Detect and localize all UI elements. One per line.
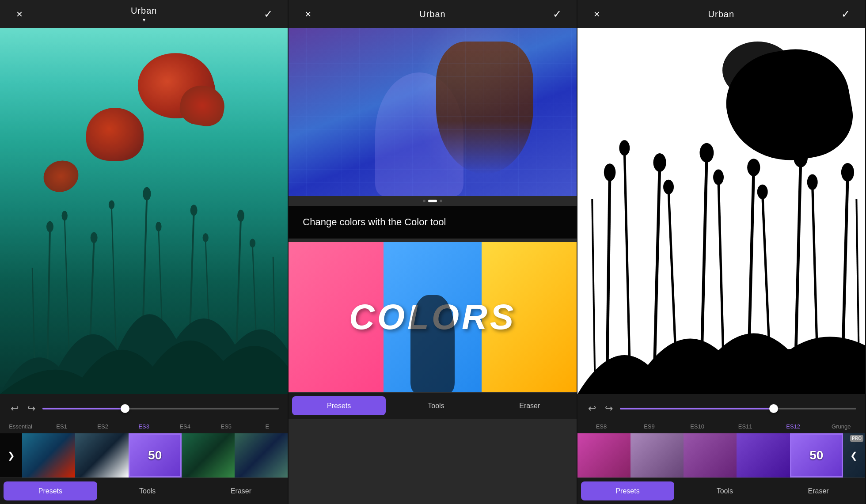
panel3-confirm-icon[interactable]: ✓ bbox=[837, 8, 855, 20]
preset-label-es11: ES11 bbox=[721, 421, 769, 432]
panel1-chevron-icon[interactable]: ▾ bbox=[143, 17, 145, 23]
panel3-slider-row: ↩ ↪ bbox=[577, 394, 865, 420]
panel3-preset-4[interactable] bbox=[737, 433, 790, 477]
scroll-dot-2 bbox=[428, 200, 437, 202]
panel2-confirm-icon[interactable]: ✓ bbox=[548, 8, 566, 20]
panel2-top-photo bbox=[289, 28, 576, 196]
preset-label-es3: ES3 bbox=[123, 421, 164, 432]
panel1-preset-1[interactable] bbox=[22, 433, 75, 477]
panel1-preset-3-active[interactable]: 50 bbox=[129, 433, 182, 477]
teal-tint bbox=[0, 28, 288, 394]
preset-label-es12: ES12 bbox=[769, 421, 817, 432]
panel3-presets-tab[interactable]: Presets bbox=[581, 481, 675, 500]
panel2-tooltip-text: Change colors with the Color tool bbox=[303, 216, 446, 227]
panel3-nav-prev[interactable]: ❮ PRO bbox=[843, 433, 865, 477]
panel1-close-icon[interactable]: × bbox=[11, 8, 28, 20]
panel3-eraser-tab[interactable]: Eraser bbox=[771, 478, 865, 504]
panel3-header: × Urban ✓ bbox=[577, 0, 865, 28]
panel3-tools-tab[interactable]: Tools bbox=[678, 478, 771, 504]
preset-label-es8: ES8 bbox=[577, 421, 626, 432]
panel2-header: × Urban ✓ bbox=[289, 0, 576, 28]
svg-point-38 bbox=[663, 179, 674, 194]
person-silhouette bbox=[410, 295, 455, 392]
panel2-bottom-nav: Presets Tools Eraser bbox=[289, 392, 576, 419]
svg-line-33 bbox=[592, 199, 595, 394]
panel3-slider[interactable] bbox=[620, 408, 856, 409]
panel3-preset-5-active[interactable]: 50 bbox=[790, 433, 843, 477]
panel3-photo bbox=[577, 28, 865, 394]
preset3-number: 50 bbox=[148, 448, 162, 462]
panel3-preset-labels: ES8 ES9 ES10 ES11 ES12 Grunge bbox=[577, 420, 865, 433]
preset2-bg bbox=[75, 433, 128, 477]
panel1-title: Urban bbox=[131, 6, 157, 16]
preset-label-es5: ES5 bbox=[205, 421, 247, 432]
panel1-nav-next[interactable]: ❯ bbox=[0, 433, 22, 477]
grid-overlay bbox=[289, 28, 576, 196]
preset-label-es4: ES4 bbox=[164, 421, 205, 432]
panel1-slider[interactable] bbox=[42, 408, 279, 409]
panel3-undo-button[interactable]: ↩ bbox=[586, 401, 598, 416]
panel1-photo bbox=[0, 28, 288, 394]
panel3-close-icon[interactable]: × bbox=[588, 8, 606, 20]
svg-point-35 bbox=[604, 163, 615, 181]
panel2-title-group: Urban bbox=[419, 9, 445, 19]
panel1-slider-fill bbox=[42, 408, 125, 409]
panel1-slider-thumb[interactable] bbox=[121, 404, 129, 413]
panel1-preset-2[interactable] bbox=[75, 433, 128, 477]
panel-3: × Urban ✓ bbox=[577, 0, 866, 504]
svg-point-45 bbox=[841, 163, 854, 182]
svg-point-41 bbox=[747, 159, 760, 176]
panel2-eraser-tab[interactable]: Eraser bbox=[483, 393, 577, 419]
panel3-redo-button[interactable]: ↪ bbox=[603, 401, 615, 416]
panel1-undo-button[interactable]: ↩ bbox=[9, 401, 20, 416]
panel1-confirm-icon[interactable]: ✓ bbox=[259, 8, 277, 20]
pro-badge: PRO bbox=[850, 435, 863, 442]
p3-preset5-bg bbox=[790, 433, 843, 477]
panel2-tooltip-box: Change colors with the Color tool bbox=[289, 206, 576, 239]
preset-label-e6: E bbox=[247, 421, 288, 432]
preset-label-es1: ES1 bbox=[41, 421, 82, 432]
panel3-preset-3[interactable] bbox=[684, 433, 737, 477]
p3-preset3-bg bbox=[684, 433, 737, 477]
preset4-bg bbox=[182, 433, 235, 477]
scroll-dot-1 bbox=[423, 200, 425, 202]
preset-label-es9: ES9 bbox=[625, 421, 673, 432]
panel1-presets-row: ❯ 50 bbox=[0, 433, 288, 477]
panel2-close-icon[interactable]: × bbox=[299, 8, 317, 20]
svg-point-39 bbox=[699, 143, 714, 162]
graffiti-bg: COLORS bbox=[289, 242, 576, 392]
silhouette-svg bbox=[577, 102, 865, 394]
panel3-bottom-nav: Presets Tools Eraser bbox=[577, 477, 865, 504]
preset1-bg bbox=[22, 433, 75, 477]
svg-point-36 bbox=[619, 140, 630, 155]
panel1-preset-5[interactable] bbox=[235, 433, 288, 477]
panel3-preset-2[interactable] bbox=[631, 433, 684, 477]
panel2-title: Urban bbox=[419, 9, 445, 19]
preset3-bg bbox=[129, 433, 182, 477]
svg-point-40 bbox=[713, 169, 724, 185]
panel1-preset-4[interactable] bbox=[182, 433, 235, 477]
svg-point-37 bbox=[653, 153, 666, 172]
svg-point-42 bbox=[757, 184, 767, 199]
panel1-image-area bbox=[0, 28, 288, 394]
preset-label-es2: ES2 bbox=[82, 421, 123, 432]
panel2-graffiti-photo: COLORS bbox=[289, 242, 576, 392]
panel1-bottom-area: ↩ ↪ Essential ES1 ES2 ES3 ES4 ES5 E ❯ bbox=[0, 394, 288, 504]
panel-2: × Urban ✓ Change colors with the Color t… bbox=[289, 0, 577, 504]
panel2-presets-tab[interactable]: Presets bbox=[292, 396, 386, 415]
panel1-tools-tab[interactable]: Tools bbox=[101, 478, 194, 504]
p3-preset4-bg bbox=[737, 433, 790, 477]
panel1-eraser-tab[interactable]: Eraser bbox=[194, 478, 288, 504]
svg-point-43 bbox=[794, 148, 808, 167]
p3-preset1-bg bbox=[577, 433, 631, 477]
panel3-presets-row: 50 ❮ PRO bbox=[577, 433, 865, 477]
panel2-tools-tab[interactable]: Tools bbox=[389, 393, 483, 419]
panel3-preset-1[interactable] bbox=[577, 433, 631, 477]
panel1-presets-tab[interactable]: Presets bbox=[4, 481, 97, 500]
panel3-slider-fill bbox=[620, 408, 774, 409]
panel-1: × Urban ▾ ✓ bbox=[0, 0, 289, 504]
panel1-redo-button[interactable]: ↪ bbox=[26, 401, 37, 416]
preset-label-grunge: Grunge bbox=[817, 421, 865, 432]
panel3-slider-thumb[interactable] bbox=[769, 404, 778, 413]
panel3-title-group: Urban bbox=[708, 9, 734, 19]
